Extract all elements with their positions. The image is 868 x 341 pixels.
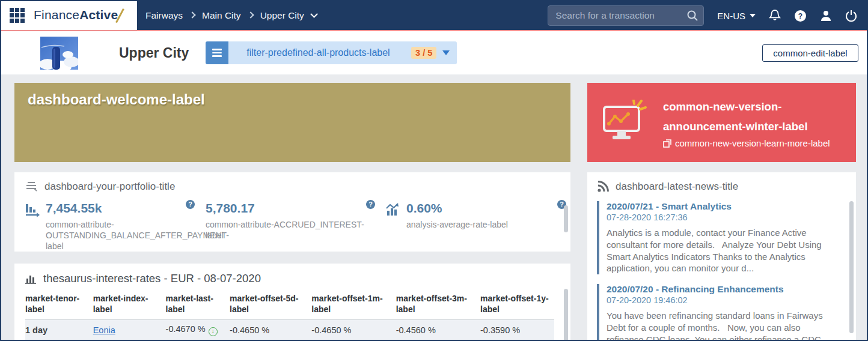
metric-label: analysis-average-rate-label	[406, 219, 570, 230]
metric-value: 7,454.55k	[46, 201, 206, 216]
last-rate-cell: -0.4670 %↓	[166, 320, 230, 341]
offset-1m-cell: -0.4650 %	[311, 320, 396, 341]
portfolio-metrics: 7,454.55k common-attribute-OUTSTANDING_B…	[25, 201, 560, 252]
breadcrumb-fairways[interactable]: Fairways	[145, 10, 183, 21]
metric-label: common-attribute-OUTSTANDING_BALANCE_AFT…	[46, 219, 220, 252]
entity-header: Upper City filter-predefined-all-product…	[1, 31, 867, 74]
chevron-down-icon[interactable]	[310, 10, 318, 18]
news-title: dashboard-latest-news-title	[616, 181, 738, 193]
help-icon[interactable]: ?	[186, 200, 195, 209]
offset-5d-cell: -0.4650 %	[230, 320, 311, 341]
bar-chart-icon	[25, 273, 37, 284]
filter-menu-button[interactable]	[206, 41, 228, 64]
user-profile-icon[interactable]	[820, 10, 832, 22]
rss-feed-icon	[597, 181, 610, 193]
news-item-date: 07-28-2020 16:27:36	[607, 213, 844, 222]
metric-value: 5,780.17	[206, 201, 386, 216]
analytics-chart-icon	[386, 202, 402, 220]
index-link[interactable]: Eonia	[93, 325, 115, 335]
metric-outstanding-balance: 7,454.55k common-attribute-OUTSTANDING_B…	[25, 201, 206, 252]
news-item-body: You have been refinancing standard loans…	[607, 310, 832, 341]
news-header: dashboard-latest-news-title	[597, 181, 844, 193]
welcome-banner: dashboard-welcome-label	[14, 83, 570, 162]
portfolio-header: dashboard-your-portfolio-title	[25, 181, 560, 193]
news-item-body: Analytics is a module, contact your Fina…	[607, 227, 832, 274]
logout-power-icon[interactable]	[845, 10, 857, 22]
logo-active: Active	[79, 8, 118, 22]
help-icon[interactable]: ?	[366, 200, 375, 209]
metric-label: common-attribute-ACCRUED_INTEREST-label	[206, 219, 380, 241]
rates-header: thesaurus-interest-rates - EUR - 08-07-2…	[25, 272, 560, 285]
page-title: Upper City	[119, 45, 189, 61]
news-item-date: 07-20-2020 19:46:02	[607, 295, 844, 305]
col-tenor: market-tenor-label	[25, 292, 93, 320]
monitor-chart-icon	[601, 100, 647, 145]
filter-label: filter-predefined-all-products-label	[246, 47, 390, 58]
learn-more-link[interactable]: common-new-version-learn-more-label	[663, 138, 830, 148]
app-grid-icon[interactable]	[10, 8, 25, 23]
metric-accrued-interest: 5,780.17 common-attribute-ACCRUED_INTERE…	[206, 201, 386, 252]
breadcrumb-upper-city[interactable]: Upper City	[260, 10, 304, 21]
col-last: market-last-label	[166, 292, 230, 320]
svg-text:?: ?	[798, 12, 802, 20]
chevron-down-icon	[442, 50, 450, 55]
offset-3m-cell: -0.4560 %	[396, 320, 480, 341]
edit-button[interactable]: common-edit-label	[762, 44, 858, 62]
metric-average-rate: 0.60% analysis-average-rate-label ?	[386, 201, 566, 252]
metric-value: 0.60%	[406, 201, 566, 216]
right-column: common-new-version- announcement-winter-…	[587, 83, 856, 341]
table-row: 1 day Eonia -0.4670 %↓ -0.4650 % -0.4650…	[25, 320, 554, 341]
logo-area: FinanceActive	[1, 1, 137, 30]
vertical-scrollbar[interactable]	[564, 289, 568, 341]
col-index: market-index-label	[93, 292, 166, 320]
search-input[interactable]	[548, 5, 704, 26]
filter-bar[interactable]: filter-predefined-all-products-label 3 /…	[228, 41, 457, 64]
hamburger-icon	[212, 47, 222, 59]
external-link-icon	[663, 139, 671, 148]
search-icon[interactable]	[686, 10, 698, 24]
col-offset-3m: market-offset-3m-label	[396, 292, 480, 320]
app-window: FinanceActive Fairways Main City Upper C…	[0, 0, 868, 341]
tenor-cell: 1 day	[25, 320, 93, 341]
vertical-scrollbar[interactable]	[564, 205, 568, 232]
new-version-banner[interactable]: common-new-version- announcement-winter-…	[587, 83, 856, 162]
interest-rates-table: market-tenor-label market-index-label ma…	[25, 292, 554, 341]
announcement-title-line1: common-new-version-	[663, 97, 830, 116]
col-offset-1y: market-offset-1y-label	[480, 292, 554, 320]
chevron-right-icon	[247, 11, 254, 18]
brand-logo[interactable]: FinanceActive	[34, 8, 121, 23]
entity-thumbnail-image[interactable]	[40, 37, 78, 70]
help-icon[interactable]: ?	[794, 10, 807, 22]
chevron-right-icon	[189, 11, 195, 18]
left-column: dashboard-welcome-label dashboard-your-p…	[14, 83, 570, 341]
col-offset-1m: market-offset-1m-label	[311, 292, 396, 320]
latest-news-card: dashboard-latest-news-title 2020/07/21 -…	[587, 172, 856, 341]
language-selector[interactable]: EN-US	[717, 11, 756, 21]
portfolio-title: dashboard-your-portfolio-title	[44, 181, 175, 193]
transaction-search	[548, 5, 704, 26]
interest-rates-card: thesaurus-interest-rates - EUR - 08-07-2…	[14, 264, 570, 341]
news-item[interactable]: 2020/07/20 - Refinancing Enhancements 07…	[597, 284, 844, 341]
top-navbar: FinanceActive Fairways Main City Upper C…	[1, 1, 867, 30]
portfolio-card: dashboard-your-portfolio-title 7,454.55k…	[14, 172, 570, 252]
welcome-label: dashboard-welcome-label	[28, 91, 557, 108]
filter-count-badge: 3 / 5	[411, 47, 436, 59]
news-list: 2020/07/21 - Smart Analytics 07-28-2020 …	[597, 201, 844, 341]
announcement-title-line2: announcement-winter-label	[663, 116, 830, 136]
news-item-title: 2020/07/21 - Smart Analytics	[607, 201, 844, 212]
vertical-scrollbar[interactable]	[849, 201, 854, 333]
language-label: EN-US	[717, 11, 745, 21]
news-item[interactable]: 2020/07/21 - Smart Analytics 07-28-2020 …	[597, 201, 844, 274]
announcement-text: common-new-version- announcement-winter-…	[663, 97, 830, 148]
col-offset-5d: market-offset-5d-label	[230, 292, 311, 320]
notifications-bell-icon[interactable]	[769, 10, 781, 22]
rates-title: thesaurus-interest-rates - EUR - 08-07-2…	[43, 272, 261, 285]
learn-more-label: common-new-version-learn-more-label	[675, 138, 830, 148]
table-header-row: market-tenor-label market-index-label ma…	[25, 292, 554, 320]
predefined-filter-dropdown[interactable]: filter-predefined-all-products-label 3 /…	[206, 41, 457, 64]
news-item-title: 2020/07/20 - Refinancing Enhancements	[607, 284, 844, 295]
offset-1y-cell: -0.3590 %	[480, 320, 554, 341]
logo-finance: Finance	[34, 8, 79, 22]
bar-chart-arrow-icon	[25, 202, 41, 220]
breadcrumb-main-city[interactable]: Main City	[202, 10, 241, 21]
